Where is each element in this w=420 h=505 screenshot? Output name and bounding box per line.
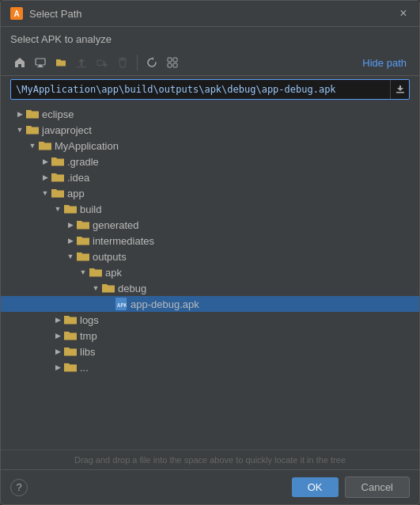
tree-arrow-app: [39, 187, 51, 199]
folder-icon-app: [51, 187, 64, 199]
tree-item-outputs[interactable]: outputs: [1, 249, 419, 264]
svg-rect-3: [119, 59, 127, 59]
folder-icon-apk: [89, 266, 102, 279]
tree-arrow-generated: [64, 218, 77, 231]
svg-rect-6: [168, 63, 172, 67]
tree-arrow-outputs: [64, 250, 77, 263]
tree-arrow-myapplication: [26, 139, 39, 152]
folder-up-button[interactable]: [72, 53, 91, 72]
tree-arrow-apk: [77, 266, 89, 279]
tree-label-libs: libs: [80, 346, 96, 358]
folder-icon-logs: [64, 313, 77, 326]
tree-item-app-debug-apk[interactable]: APK app-debug.apk: [1, 296, 419, 312]
tree-label-myapplication: MyApplication: [55, 140, 119, 152]
tree-label-intermediates: intermediates: [93, 235, 154, 247]
tree-arrow-more: [51, 361, 64, 374]
desktop-button[interactable]: [31, 53, 50, 72]
tree-item-intermediates[interactable]: intermediates: [1, 233, 419, 249]
tree-arrow-logs: [51, 313, 64, 326]
tree-item-build[interactable]: build: [1, 201, 419, 217]
tree-item-app[interactable]: app: [1, 185, 419, 201]
title-bar: A Select Path ×: [1, 1, 419, 27]
toolbar: Hide path: [1, 50, 419, 76]
app-icon: A: [10, 7, 23, 20]
path-bar: [10, 79, 410, 100]
home-button[interactable]: [10, 53, 29, 72]
tree-item-tmp[interactable]: tmp: [1, 328, 419, 344]
tree-item-javaproject[interactable]: javaproject: [1, 122, 419, 138]
folder-icon-libs: [64, 345, 77, 358]
folder-icon-more: [64, 361, 77, 374]
tree-label-idea: .idea: [67, 172, 89, 184]
tree-item-eclipse[interactable]: eclipse: [1, 106, 419, 122]
hide-path-button[interactable]: Hide path: [359, 55, 410, 70]
tree-label-generated: generated: [93, 219, 139, 231]
folder-icon-debug: [102, 282, 115, 294]
tree-label-debug: debug: [118, 283, 146, 294]
tree-item-generated[interactable]: generated: [1, 217, 419, 233]
tree-label-app: app: [67, 188, 85, 199]
folder-icon-gradle: [51, 155, 64, 168]
tree-item-myapplication[interactable]: MyApplication: [1, 138, 419, 154]
tree-item-gradle[interactable]: .gradle: [1, 154, 419, 169]
svg-rect-1: [39, 65, 42, 66]
tree-item-idea[interactable]: .idea: [1, 169, 419, 185]
close-button[interactable]: ×: [397, 7, 410, 20]
tree-label-gradle: .gradle: [67, 156, 99, 168]
footer: ? OK Cancel: [1, 469, 419, 504]
tree-label-build: build: [80, 203, 101, 215]
svg-rect-7: [173, 63, 177, 67]
tree-item-libs[interactable]: libs: [1, 344, 419, 359]
tree-label-javaproject: javaproject: [42, 124, 92, 136]
ok-button[interactable]: OK: [292, 477, 339, 497]
folder-icon-tmp: [64, 329, 77, 342]
svg-rect-5: [173, 58, 177, 62]
tree-arrow-debug: [89, 282, 102, 294]
file-tree: eclipse javaproject MyApplication .gra: [1, 103, 419, 450]
tree-item-more[interactable]: ...: [1, 359, 419, 375]
drag-hint: Drag and drop a file into the space abov…: [1, 450, 419, 469]
folder-button[interactable]: [51, 53, 70, 72]
tree-label-logs: logs: [80, 314, 99, 326]
tree-item-apk[interactable]: apk: [1, 264, 419, 280]
path-download-button[interactable]: [390, 80, 409, 99]
tree-arrow-eclipse: [13, 108, 26, 120]
tree-label-more: ...: [80, 362, 89, 374]
tree-item-logs[interactable]: logs: [1, 312, 419, 328]
path-input[interactable]: [11, 81, 390, 98]
tree-arrow-javaproject: [13, 123, 26, 136]
tree-label-eclipse: eclipse: [42, 108, 74, 120]
tree-arrow-gradle: [39, 155, 51, 168]
tree-arrow-intermediates: [64, 234, 77, 247]
expand-button[interactable]: [163, 53, 182, 72]
apk-file-icon: APK: [115, 298, 127, 310]
tree-arrow-idea: [39, 171, 51, 184]
svg-rect-4: [168, 58, 172, 62]
folder-icon-intermediates: [77, 234, 89, 247]
tree-label-apk: apk: [105, 267, 122, 279]
delete-button[interactable]: [113, 53, 132, 72]
tree-item-debug[interactable]: debug: [1, 280, 419, 296]
select-path-dialog: A Select Path × Select APK to analyze: [0, 0, 420, 505]
help-button[interactable]: ?: [10, 479, 28, 496]
folder-icon-idea: [51, 171, 64, 184]
folder-icon-build: [64, 203, 77, 215]
tree-arrow-build: [51, 203, 64, 215]
folder-icon-outputs: [77, 250, 89, 263]
svg-rect-8: [396, 92, 404, 93]
dialog-title: Select Path: [29, 8, 391, 20]
tree-label-outputs: outputs: [93, 251, 127, 263]
svg-rect-2: [37, 66, 44, 67]
cancel-button[interactable]: Cancel: [345, 477, 410, 498]
tree-label-app-debug-apk: app-debug.apk: [131, 298, 199, 310]
svg-rect-0: [36, 59, 45, 65]
tree-arrow-libs: [51, 345, 64, 358]
refresh-button[interactable]: [142, 53, 161, 72]
folder-icon-javaproject: [26, 123, 39, 136]
folder-icon-eclipse: [26, 108, 39, 120]
toolbar-separator: [137, 55, 138, 70]
tree-label-tmp: tmp: [80, 330, 97, 342]
tree-arrow-tmp: [51, 329, 64, 342]
folder-icon-generated: [77, 218, 89, 231]
new-folder-button[interactable]: [93, 53, 112, 72]
